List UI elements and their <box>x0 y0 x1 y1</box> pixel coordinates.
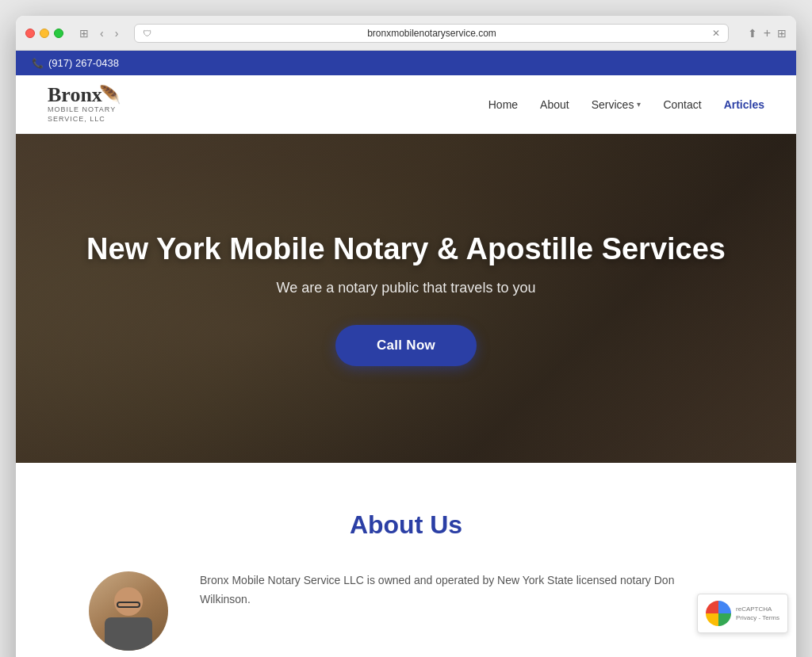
hero-subtitle: We are a notary public that travels to y… <box>86 280 726 296</box>
grid-icon[interactable]: ⊞ <box>777 27 787 40</box>
sidebar-toggle-button[interactable]: ⊞ <box>76 25 92 41</box>
back-button[interactable]: ‹ <box>97 25 107 41</box>
nav-articles[interactable]: Articles <box>724 98 764 111</box>
person-image <box>105 587 152 651</box>
logo-bronx-text: Bronx <box>48 85 102 105</box>
url-bar-container: 🛡 ✕ <box>134 24 728 43</box>
logo-area: Bronx 🪶 Mobile Notary Service, LLC <box>48 85 121 124</box>
about-description: Bronx Mobile Notary Service LLC is owned… <box>200 571 723 609</box>
share-icon[interactable]: ⬆ <box>748 27 757 40</box>
logo[interactable]: Bronx 🪶 Mobile Notary Service, LLC <box>48 85 121 124</box>
forward-button[interactable]: › <box>112 25 122 41</box>
chevron-down-icon: ▾ <box>637 100 641 109</box>
browser-titlebar: ⊞ ‹ › 🛡 ✕ ⬆ + ⊞ <box>16 16 796 51</box>
url-input[interactable] <box>156 28 707 39</box>
nav-contact[interactable]: Contact <box>663 98 701 111</box>
call-now-button[interactable]: Call Now <box>335 325 477 366</box>
maximize-button[interactable] <box>54 29 63 38</box>
hero-content: New York Mobile Notary & Apostille Servi… <box>55 231 757 367</box>
recaptcha-logo <box>706 601 731 626</box>
phone-icon: 📞 <box>32 58 44 69</box>
new-tab-icon[interactable]: + <box>764 26 771 40</box>
top-bar: 📞 (917) 267-0438 <box>16 51 796 75</box>
phone-number[interactable]: (917) 267-0438 <box>48 57 119 69</box>
logo-subtitle: Mobile Notary Service, LLC <box>48 105 121 124</box>
traffic-lights <box>25 29 63 38</box>
avatar-body <box>105 617 152 651</box>
avatar-head <box>114 587 143 616</box>
close-button[interactable] <box>25 29 35 38</box>
hero-section: New York Mobile Notary & Apostille Servi… <box>16 134 796 463</box>
about-content: Bronx Mobile Notary Service LLC is owned… <box>89 571 723 651</box>
site-header: Bronx 🪶 Mobile Notary Service, LLC Home … <box>16 75 796 134</box>
avatar-glasses <box>117 602 140 608</box>
avatar <box>89 571 168 651</box>
hero-title: New York Mobile Notary & Apostille Servi… <box>86 231 726 268</box>
url-clear-icon[interactable]: ✕ <box>712 28 720 39</box>
minimize-button[interactable] <box>40 29 49 38</box>
browser-actions: ⬆ + ⊞ <box>748 26 787 40</box>
about-title: About Us <box>48 510 764 540</box>
feather-icon: 🪶 <box>99 85 121 105</box>
security-icon: 🛡 <box>143 29 151 38</box>
nav-about[interactable]: About <box>540 98 569 111</box>
browser-window: ⊞ ‹ › 🛡 ✕ ⬆ + ⊞ 📞 (917) 267-0438 Bro <box>16 16 796 657</box>
about-section: About Us Bronx Mobile Notary Service LLC… <box>16 463 796 657</box>
website-content: 📞 (917) 267-0438 Bronx 🪶 Mobile Notary S… <box>16 51 796 657</box>
site-nav: Home About Services ▾ Contact Articles <box>488 98 764 111</box>
browser-controls: ⊞ ‹ › <box>76 25 121 41</box>
nav-services[interactable]: Services ▾ <box>592 98 642 111</box>
nav-home[interactable]: Home <box>488 98 518 111</box>
recaptcha-text: reCAPTCHA Privacy - Terms <box>736 605 779 622</box>
recaptcha-badge: reCAPTCHA Privacy - Terms <box>697 594 788 633</box>
